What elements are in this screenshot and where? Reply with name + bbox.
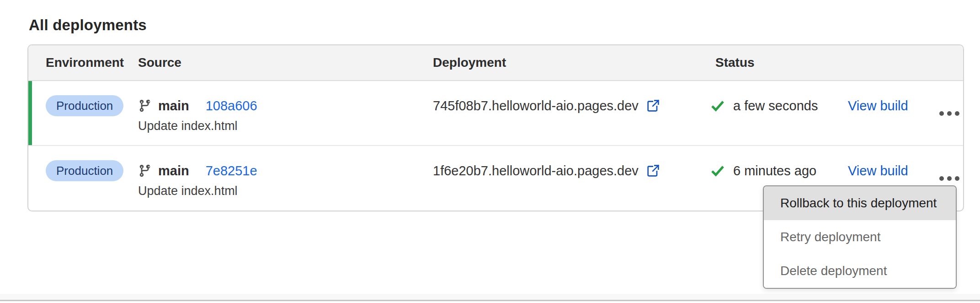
branch-name: main xyxy=(158,163,189,179)
success-check-icon xyxy=(710,163,725,178)
commit-message: Update index.html xyxy=(138,119,433,133)
deployment-cell: 745f08b7.helloworld-aio.pages.dev xyxy=(433,81,710,145)
view-build-link[interactable]: View build xyxy=(848,163,908,179)
row-actions-cell xyxy=(938,81,963,145)
column-header-status: Status xyxy=(715,55,848,70)
view-build-link[interactable]: View build xyxy=(848,98,908,114)
table-header-row: Environment Source Deployment Status xyxy=(28,45,963,81)
deployment-url: 745f08b7.helloworld-aio.pages.dev xyxy=(433,98,639,114)
environment-cell: Production xyxy=(46,81,138,145)
deployment-row-latest: Production main 108a606 Update index.htm… xyxy=(28,81,963,146)
menu-item-retry[interactable]: Retry deployment xyxy=(764,220,956,254)
source-cell: main 108a606 Update index.html xyxy=(138,81,433,145)
branch-name: main xyxy=(158,98,189,114)
deployment-actions-menu: Rollback to this deployment Retry deploy… xyxy=(763,185,957,289)
row-actions-menu-button[interactable] xyxy=(939,111,959,116)
commit-message: Update index.html xyxy=(138,184,433,198)
menu-item-rollback[interactable]: Rollback to this deployment xyxy=(764,186,956,220)
external-link-icon[interactable] xyxy=(646,98,660,113)
environment-badge: Production xyxy=(46,95,123,116)
success-check-icon xyxy=(710,98,725,113)
column-header-environment: Environment xyxy=(46,55,138,70)
deployment-url: 1f6e20b7.helloworld-aio.pages.dev xyxy=(433,163,639,179)
commit-link[interactable]: 108a606 xyxy=(206,98,257,114)
deployment-cell: 1f6e20b7.helloworld-aio.pages.dev xyxy=(433,146,710,211)
status-cell: a few seconds xyxy=(710,81,848,145)
bottom-divider xyxy=(0,294,980,301)
page-title: All deployments xyxy=(29,16,147,34)
environment-cell: Production xyxy=(46,146,138,211)
environment-badge: Production xyxy=(46,160,123,181)
source-cell: main 7e8251e Update index.html xyxy=(138,146,433,211)
git-branch-icon xyxy=(138,164,152,178)
commit-link[interactable]: 7e8251e xyxy=(206,163,257,179)
external-link-icon[interactable] xyxy=(646,163,660,178)
column-header-source: Source xyxy=(138,55,433,70)
status-time: a few seconds xyxy=(733,98,818,114)
column-header-deployment: Deployment xyxy=(433,55,710,70)
deployments-page: All deployments Environment Source Deplo… xyxy=(0,0,980,303)
row-actions-menu-button[interactable] xyxy=(939,176,959,181)
view-build-cell: View build xyxy=(848,81,938,145)
status-time: 6 minutes ago xyxy=(733,163,816,179)
git-branch-icon xyxy=(138,99,152,113)
current-deployment-indicator-bar xyxy=(28,81,32,145)
menu-item-delete[interactable]: Delete deployment xyxy=(764,254,956,288)
